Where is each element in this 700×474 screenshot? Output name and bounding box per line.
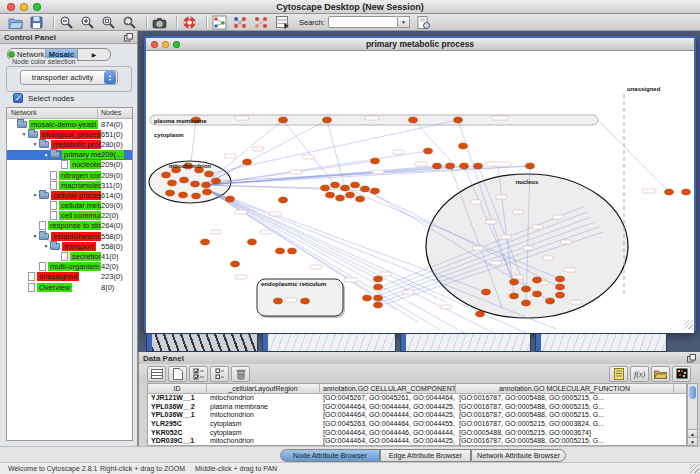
graph-node[interactable]	[168, 180, 177, 186]
graph-node[interactable]	[243, 159, 252, 165]
tree-row[interactable]: ▼establishment of lo558(0)	[7, 231, 132, 241]
select-nodes-checkbox[interactable]: ✓	[13, 93, 23, 103]
table-row[interactable]: YPL036W__1mitochondrion[GO:0044464, GO:0…	[148, 411, 686, 420]
search-dropdown-button[interactable]: ▼	[398, 16, 410, 28]
graph-node[interactable]	[454, 117, 463, 123]
graph-node[interactable]	[356, 196, 365, 202]
table-row[interactable]: YDR039C__1mitochondrion[GO:0044464, GO:0…	[148, 437, 686, 446]
table-row[interactable]: YJR121W__1mitochondrion[GO:0045267, GO:0…	[148, 394, 686, 403]
graph-node[interactable]	[192, 193, 201, 199]
tree-row[interactable]: cellular metabo209(0)	[7, 201, 132, 211]
column-header[interactable]: annotation.GO CELLULAR_COMPONENT	[320, 384, 456, 393]
network-canvas[interactable]: plasma membrane cytoplasm mitochondrion …	[146, 52, 694, 333]
graph-node[interactable]	[179, 192, 188, 198]
tree-row[interactable]: nitrogen compo209(0)	[7, 170, 132, 180]
graph-node[interactable]	[326, 192, 335, 198]
expand-triangle-icon[interactable]: ▼	[42, 243, 50, 249]
graph-node[interactable]	[474, 163, 483, 169]
new-attribute-icon[interactable]	[168, 366, 187, 382]
window-resize-grip[interactable]	[684, 320, 693, 329]
graph-node[interactable]	[371, 158, 380, 164]
float-panel-icon[interactable]	[124, 33, 133, 42]
graph-node[interactable]	[346, 192, 355, 198]
graph-node[interactable]	[203, 189, 212, 195]
graph-node[interactable]	[274, 298, 283, 304]
unselect-attributes-icon[interactable]	[210, 366, 229, 382]
tree-row[interactable]: cell communicat22(0)	[7, 211, 132, 221]
graph-node[interactable]	[522, 286, 531, 292]
graph-node[interactable]	[374, 295, 383, 301]
graph-node[interactable]	[226, 196, 235, 202]
graph-node[interactable]	[556, 284, 565, 290]
scroll-down-arrow[interactable]: ▼	[688, 437, 697, 445]
table-scrollbar[interactable]: ▲ ▼	[687, 383, 698, 446]
graph-node[interactable]	[460, 163, 469, 169]
graph-node[interactable]	[191, 181, 200, 187]
graph-node[interactable]	[288, 248, 297, 254]
graph-node[interactable]	[665, 189, 674, 195]
graph-node[interactable]	[533, 277, 542, 283]
graph-node[interactable]	[482, 289, 491, 295]
minimized-window-thumbnail[interactable]	[535, 333, 667, 352]
tree-row[interactable]: mosaic-demo-yeast874(0)	[7, 119, 132, 129]
tree-row[interactable]: secretion41(0)	[7, 251, 132, 261]
table-row[interactable]: YLR295Ccytoplasm[GO:0045263, GO:0044464,…	[148, 420, 686, 429]
column-header[interactable]: ID	[148, 384, 207, 393]
graph-node[interactable]	[331, 182, 340, 188]
graph-node[interactable]	[166, 190, 175, 196]
expand-triangle-icon[interactable]: ▼	[42, 152, 50, 158]
graph-node[interactable]	[409, 117, 418, 123]
graph-node[interactable]	[363, 295, 372, 301]
graph-node[interactable]	[205, 171, 214, 177]
graph-node[interactable]	[351, 182, 360, 188]
float-panel-icon[interactable]	[687, 354, 696, 363]
graph-node[interactable]	[556, 292, 565, 298]
tree-row[interactable]: multi-organism pro42(0)	[7, 262, 132, 272]
graph-node[interactable]	[533, 291, 542, 297]
search-input[interactable]	[328, 16, 398, 28]
graph-node[interactable]	[556, 276, 565, 282]
graph-node[interactable]	[433, 163, 442, 169]
graph-node[interactable]	[180, 177, 189, 183]
graph-node[interactable]	[682, 189, 691, 195]
tab-network-attribute-browser[interactable]: Network Attribute Browser	[471, 449, 566, 462]
expand-triangle-icon[interactable]: ▼	[31, 192, 39, 198]
zoom-in-icon[interactable]	[79, 15, 96, 30]
network-overview-icon[interactable]	[211, 15, 228, 30]
create-view-icon[interactable]	[232, 15, 249, 30]
tree-row[interactable]: ▼metabolic process280(0)	[7, 139, 132, 149]
graph-node[interactable]	[323, 117, 332, 123]
select-attributes-icon[interactable]	[189, 366, 208, 382]
graph-node[interactable]	[446, 163, 455, 169]
graph-node[interactable]	[526, 163, 535, 169]
graph-node[interactable]	[459, 143, 468, 149]
network-view-window[interactable]: primary metabolic process plasma membran…	[144, 36, 696, 332]
function-builder-icon[interactable]: f(x)	[630, 366, 649, 382]
import-attributes-icon[interactable]	[651, 366, 670, 382]
app-resize-grip[interactable]	[690, 464, 699, 473]
graph-node[interactable]	[231, 261, 240, 267]
help-lifering-icon[interactable]	[181, 15, 198, 30]
matrix-heatmap-icon[interactable]	[672, 366, 691, 382]
graph-node[interactable]	[201, 239, 210, 245]
graph-node[interactable]	[374, 302, 383, 308]
expand-triangle-icon[interactable]: ▼	[20, 131, 28, 137]
minimized-window-thumbnail[interactable]	[400, 333, 531, 352]
graph-node[interactable]	[546, 298, 555, 304]
tree-row[interactable]: Overview8(0)	[7, 282, 132, 292]
graph-node[interactable]	[276, 248, 285, 254]
graph-node[interactable]	[279, 197, 288, 203]
scroll-up-arrow[interactable]: ▲	[688, 429, 697, 437]
tree-row[interactable]: ▼primary metabo209(...	[7, 150, 132, 160]
node-color-dropdown[interactable]: transporter activity ▲▼	[20, 70, 118, 85]
open-session-icon[interactable]	[7, 15, 24, 30]
graph-node[interactable]	[424, 148, 433, 154]
tree-row[interactable]: unassigned223(0)	[7, 272, 132, 282]
graph-node[interactable]	[510, 293, 519, 299]
graph-node[interactable]	[301, 298, 310, 304]
graph-node[interactable]	[336, 195, 345, 201]
search-config-icon[interactable]	[415, 15, 432, 30]
zoom-out-icon[interactable]	[58, 15, 75, 30]
table-row[interactable]: YPL036W__2plasma membrane[GO:0044464, GO…	[148, 403, 686, 412]
minimized-window-thumbnail[interactable]	[262, 333, 396, 352]
